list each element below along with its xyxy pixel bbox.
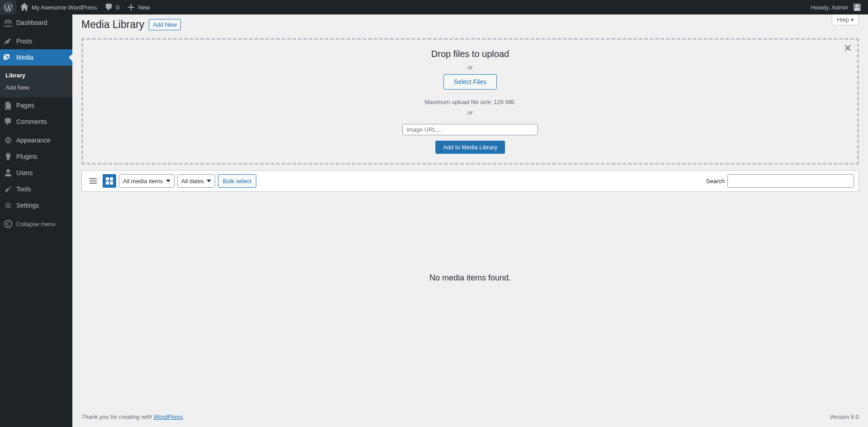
search-wrap: Search: [706, 174, 854, 188]
comments-count: 0: [116, 4, 119, 11]
collapse-icon: [4, 219, 13, 228]
menu-plugins[interactable]: Plugins: [0, 148, 72, 165]
drop-files-title: Drop files to upload: [92, 49, 848, 59]
collapse-menu-button[interactable]: Collapse menu: [0, 216, 72, 232]
wp-logo-menu[interactable]: [0, 0, 16, 14]
wordpress-link[interactable]: WordPress: [154, 413, 183, 420]
wordpress-logo-icon: [4, 3, 13, 12]
media-submenu: Library Add New: [0, 66, 72, 97]
comment-icon: [104, 3, 113, 12]
menu-users[interactable]: Users: [0, 165, 72, 181]
chevron-down-icon: ▾: [851, 16, 854, 23]
appearance-icon: [4, 136, 13, 145]
bulk-select-button[interactable]: Bulk select: [218, 174, 256, 188]
menu-settings[interactable]: Settings: [0, 197, 72, 214]
avatar: [854, 4, 861, 11]
main-content: Media Library Add New Help ▾ ✕ Drop file…: [72, 14, 868, 427]
page-title: Media Library: [81, 19, 144, 31]
max-upload-size: Maximum upload file size: 128 MB.: [92, 99, 848, 105]
menu-tools[interactable]: Tools: [0, 181, 72, 197]
upload-dropzone[interactable]: ✕ Drop files to upload or Select Files M…: [81, 38, 859, 165]
or-text: or: [92, 109, 848, 116]
grid-view-icon: [105, 176, 114, 185]
add-new-button[interactable]: Add New: [149, 19, 181, 30]
account-menu[interactable]: Howdy, Admin: [807, 0, 864, 14]
pin-icon: [4, 37, 13, 46]
or-text: or: [92, 64, 848, 71]
version-text: Version 6.0: [830, 413, 859, 420]
plus-icon: [127, 3, 136, 12]
list-view-icon: [89, 176, 98, 185]
menu-label: Dashboard: [16, 19, 47, 26]
menu-posts[interactable]: Posts: [0, 33, 72, 49]
menu-label: Users: [16, 169, 33, 176]
admin-footer: Thank you for creating with WordPress. V…: [81, 407, 859, 427]
admin-toolbar-right: Howdy, Admin: [807, 0, 868, 14]
site-name-text: My Awesome WordPress: [32, 4, 97, 11]
settings-icon: [4, 201, 13, 210]
no-items-message: No media items found.: [72, 273, 868, 283]
menu-label: Comments: [16, 118, 47, 125]
tools-icon: [4, 185, 13, 194]
howdy-text: Howdy, Admin: [811, 4, 848, 11]
media-icon: [4, 53, 13, 62]
collapse-label: Collapse menu: [16, 221, 56, 228]
comments-link[interactable]: 0: [101, 0, 123, 14]
menu-label: Media: [16, 54, 33, 61]
menu-label: Appearance: [16, 137, 51, 144]
menu-label: Tools: [16, 185, 31, 193]
media-toolbar: All media items All dates Bulk select Se…: [81, 170, 859, 192]
admin-sidebar: Dashboard Posts Media Library Add New Pa…: [0, 14, 72, 427]
svg-point-0: [5, 220, 12, 228]
page-header: Media Library Add New Help ▾: [72, 14, 868, 33]
admin-toolbar: My Awesome WordPress 0 New Howdy, Admin: [0, 0, 868, 14]
menu-comments[interactable]: Comments: [0, 114, 72, 130]
menu-dashboard[interactable]: Dashboard: [0, 14, 72, 31]
plugins-icon: [4, 152, 13, 161]
new-content-link[interactable]: New: [123, 0, 154, 14]
comments-icon: [4, 117, 13, 126]
menu-label: Posts: [16, 38, 32, 45]
submenu-library[interactable]: Library: [0, 69, 72, 81]
menu-label: Plugins: [16, 153, 37, 160]
site-name-link[interactable]: My Awesome WordPress: [16, 0, 101, 14]
menu-appearance[interactable]: Appearance: [0, 132, 72, 148]
media-grid-area: No media items found.: [72, 192, 868, 407]
submenu-add-new[interactable]: Add New: [0, 81, 72, 94]
help-label: Help: [837, 16, 849, 23]
search-input[interactable]: [727, 174, 854, 188]
image-url-input[interactable]: [402, 124, 538, 135]
pages-icon: [4, 101, 13, 110]
help-tab[interactable]: Help ▾: [832, 14, 859, 25]
menu-label: Pages: [16, 102, 34, 109]
admin-toolbar-left: My Awesome WordPress 0 New: [0, 0, 154, 14]
search-label: Search: [706, 178, 725, 185]
list-view-button[interactable]: [86, 174, 100, 188]
dashboard-icon: [4, 18, 13, 27]
home-icon: [20, 3, 29, 12]
users-icon: [4, 168, 13, 177]
footer-thank-you: Thank you for creating with WordPress.: [81, 413, 184, 420]
new-label: New: [138, 4, 150, 11]
close-icon[interactable]: ✕: [844, 43, 852, 53]
select-files-button[interactable]: Select Files: [443, 74, 497, 90]
menu-media[interactable]: Media: [0, 49, 72, 66]
menu-label: Settings: [16, 202, 39, 209]
date-filter[interactable]: All dates: [177, 174, 215, 188]
add-to-library-button[interactable]: Add to Media Library: [435, 141, 505, 154]
media-type-filter[interactable]: All media items: [119, 174, 175, 188]
grid-view-button[interactable]: [103, 174, 116, 188]
menu-pages[interactable]: Pages: [0, 97, 72, 114]
